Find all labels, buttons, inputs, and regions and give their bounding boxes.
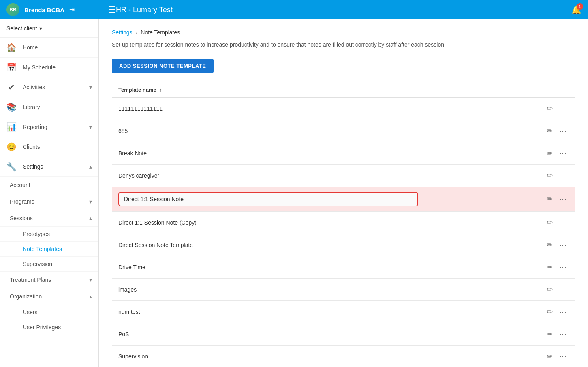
table-row: images✏⋯ bbox=[112, 279, 575, 301]
select-client[interactable]: Select client ▾ bbox=[0, 19, 98, 38]
sidebar-item-account-label: Account bbox=[10, 182, 92, 188]
topbar: BB Brenda BCBA ⇥ ☰ HR - Lumary Test 🔔 1 bbox=[0, 0, 588, 19]
template-name-cell: Direct 1:1 Session Note (Copy) bbox=[112, 212, 539, 234]
template-actions-cell: ✏⋯ bbox=[539, 346, 575, 367]
sidebar-item-home-label: Home bbox=[23, 44, 92, 51]
table-row: Supervision✏⋯ bbox=[112, 346, 575, 367]
main-layout: Select client ▾ 🏠 Home 📅 My Schedule ✔ A… bbox=[0, 19, 588, 367]
breadcrumb-settings-link[interactable]: Settings bbox=[112, 29, 133, 36]
more-options-icon[interactable]: ⋯ bbox=[558, 283, 569, 296]
template-name-header[interactable]: Template name ↑ bbox=[112, 83, 539, 97]
more-options-icon[interactable]: ⋯ bbox=[558, 239, 569, 251]
sidebar-item-settings-label: Settings bbox=[23, 163, 83, 170]
table-row: Denys caregiver✏⋯ bbox=[112, 165, 575, 187]
template-actions-cell: ✏⋯ bbox=[539, 256, 575, 279]
topbar-title: HR - Lumary Test bbox=[116, 6, 571, 14]
sidebar-item-reporting[interactable]: 📊 Reporting ▾ bbox=[0, 117, 98, 137]
template-actions-cell: ✏⋯ bbox=[539, 279, 575, 301]
more-options-icon[interactable]: ⋯ bbox=[558, 350, 569, 363]
sidebar-item-supervision-label: Supervision bbox=[23, 261, 52, 267]
more-options-icon[interactable]: ⋯ bbox=[558, 328, 569, 340]
topbar-logout-icon[interactable]: ⇥ bbox=[69, 6, 75, 13]
topbar-menu-icon[interactable]: ☰ bbox=[109, 5, 116, 15]
edit-icon[interactable]: ✏ bbox=[545, 306, 554, 318]
topbar-left: BB Brenda BCBA ⇥ bbox=[6, 3, 105, 16]
sidebar-item-organization-label: Organization bbox=[10, 293, 86, 300]
template-actions-cell: ✏⋯ bbox=[539, 97, 575, 120]
sidebar-item-home[interactable]: 🏠 Home bbox=[0, 38, 98, 58]
more-options-icon[interactable]: ⋯ bbox=[558, 147, 569, 159]
clients-icon: 😊 bbox=[6, 142, 16, 152]
sidebar-item-organization[interactable]: Organization ▴ bbox=[0, 288, 98, 305]
sidebar-item-activities-label: Activities bbox=[23, 84, 83, 90]
table-row: PoS✏⋯ bbox=[112, 323, 575, 346]
sidebar-item-users[interactable]: Users bbox=[0, 305, 98, 320]
edit-icon[interactable]: ✏ bbox=[545, 147, 554, 159]
more-options-icon[interactable]: ⋯ bbox=[558, 125, 569, 137]
template-actions-cell: ✏⋯ bbox=[539, 323, 575, 346]
edit-icon[interactable]: ✏ bbox=[545, 170, 554, 182]
add-session-note-template-button[interactable]: ADD SESSION NOTE TEMPLATE bbox=[112, 59, 214, 73]
breadcrumb-separator: › bbox=[136, 29, 138, 36]
calendar-icon: 📅 bbox=[6, 62, 16, 72]
edit-icon[interactable]: ✏ bbox=[545, 217, 554, 229]
library-icon: 📚 bbox=[6, 102, 16, 112]
programs-chevron-icon: ▾ bbox=[89, 198, 92, 205]
topbar-user-name: Brenda BCBA bbox=[24, 6, 64, 13]
sidebar-item-account[interactable]: Account bbox=[0, 177, 98, 193]
template-table: Template name ↑ 11111111111111✏⋯685✏⋯Bre… bbox=[112, 83, 575, 367]
sidebar-item-supervision[interactable]: Supervision bbox=[0, 257, 98, 272]
more-options-icon[interactable]: ⋯ bbox=[558, 170, 569, 182]
reporting-icon: 📊 bbox=[6, 122, 16, 132]
sidebar-item-activities[interactable]: ✔ Activities ▾ bbox=[0, 77, 98, 97]
sidebar-item-user-privileges[interactable]: User Privileges bbox=[0, 320, 98, 335]
sidebar-item-treatment-plans-label: Treatment Plans bbox=[10, 277, 86, 283]
template-name-outlined: Direct 1:1 Session Note bbox=[118, 192, 418, 206]
sidebar-item-note-templates[interactable]: Note Templates bbox=[0, 242, 98, 257]
sidebar-item-prototypes-label: Prototypes bbox=[23, 231, 50, 237]
sidebar-item-programs-label: Programs bbox=[10, 198, 86, 205]
page-description: Set up templates for session notes to in… bbox=[112, 41, 575, 49]
settings-chevron-icon: ▴ bbox=[89, 163, 92, 170]
edit-icon[interactable]: ✏ bbox=[545, 261, 554, 273]
select-client-label: Select client bbox=[6, 25, 37, 32]
table-row: Break Note✏⋯ bbox=[112, 142, 575, 165]
reporting-chevron-icon: ▾ bbox=[89, 124, 92, 130]
sidebar-item-my-schedule[interactable]: 📅 My Schedule bbox=[0, 58, 98, 77]
edit-icon[interactable]: ✏ bbox=[545, 193, 554, 205]
template-name-cell: Break Note bbox=[112, 142, 539, 165]
more-options-icon[interactable]: ⋯ bbox=[558, 103, 569, 115]
settings-icon: 🔧 bbox=[6, 162, 16, 172]
activities-chevron-icon: ▾ bbox=[89, 84, 92, 90]
edit-icon[interactable]: ✏ bbox=[545, 328, 554, 340]
sidebar-item-programs[interactable]: Programs ▾ bbox=[0, 193, 98, 210]
avatar: BB bbox=[6, 3, 19, 16]
sidebar-item-treatment-plans[interactable]: Treatment Plans ▾ bbox=[0, 272, 98, 288]
topbar-bell[interactable]: 🔔 1 bbox=[571, 5, 582, 15]
template-name-cell: Denys caregiver bbox=[112, 165, 539, 187]
edit-icon[interactable]: ✏ bbox=[545, 350, 554, 363]
sidebar-item-sessions[interactable]: Sessions ▴ bbox=[0, 210, 98, 227]
topbar-right: 🔔 1 bbox=[571, 5, 582, 15]
sidebar-item-prototypes[interactable]: Prototypes bbox=[0, 227, 98, 242]
edit-icon[interactable]: ✏ bbox=[545, 239, 554, 251]
more-options-icon[interactable]: ⋯ bbox=[558, 193, 569, 205]
edit-icon[interactable]: ✏ bbox=[545, 103, 554, 115]
check-icon: ✔ bbox=[6, 82, 16, 92]
sidebar-item-clients[interactable]: 😊 Clients bbox=[0, 137, 98, 157]
edit-icon[interactable]: ✏ bbox=[545, 125, 554, 137]
more-options-icon[interactable]: ⋯ bbox=[558, 306, 569, 318]
home-icon: 🏠 bbox=[6, 43, 16, 52]
more-options-icon[interactable]: ⋯ bbox=[558, 261, 569, 273]
template-name-cell: Drive Time bbox=[112, 256, 539, 279]
edit-icon[interactable]: ✏ bbox=[545, 283, 554, 296]
sidebar-item-clients-label: Clients bbox=[23, 144, 92, 150]
more-options-icon[interactable]: ⋯ bbox=[558, 217, 569, 229]
breadcrumb: Settings › Note Templates bbox=[112, 29, 575, 36]
template-actions-cell: ✏⋯ bbox=[539, 187, 575, 212]
table-row: 685✏⋯ bbox=[112, 120, 575, 142]
sidebar-item-library[interactable]: 📚 Library bbox=[0, 97, 98, 117]
sidebar-item-settings[interactable]: 🔧 Settings ▴ bbox=[0, 157, 98, 177]
template-name-cell: 685 bbox=[112, 120, 539, 142]
table-row: 11111111111111✏⋯ bbox=[112, 97, 575, 120]
